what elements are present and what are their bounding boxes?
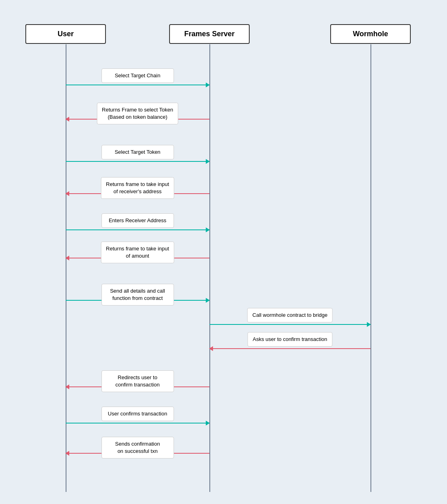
- label-msg2: Returns Frame to select Token(Based on t…: [97, 103, 178, 124]
- label-msg10: Redirects user toconfirm transaction: [101, 370, 174, 392]
- actor-frames: Frames Server: [169, 24, 250, 44]
- arrow-msg8: [209, 324, 370, 325]
- label-msg4: Returns frame to take inputof receiver's…: [101, 177, 174, 199]
- label-msg1: Select Target Chain: [101, 68, 174, 83]
- label-msg9: Asks user to confirm transaction: [248, 332, 333, 347]
- arrow-msg5: [66, 229, 209, 230]
- sequence-diagram: UserFrames ServerWormholeSelect Target C…: [0, 0, 447, 504]
- actor-user: User: [25, 24, 106, 44]
- label-msg8: Call wormhole contract to bridge: [247, 308, 333, 322]
- lifeline-wormhole: [370, 44, 371, 492]
- arrow-msg9: [209, 348, 370, 349]
- label-msg12: Sends confirmationon successful txn: [101, 437, 174, 459]
- arrow-msg1: [66, 85, 209, 85]
- label-msg6: Returns frame to take inputof amount: [101, 242, 174, 263]
- label-msg7: Send all details and callfunction from c…: [101, 284, 174, 306]
- label-msg5: Enters Receiver Address: [101, 213, 174, 228]
- arrow-msg3: [66, 161, 209, 162]
- label-msg3: Select Target Token: [101, 145, 174, 159]
- lifeline-user: [66, 44, 66, 492]
- label-msg11: User confirms transaction: [101, 407, 174, 421]
- arrow-msg11: [66, 423, 209, 423]
- actor-wormhole: Wormhole: [330, 24, 411, 44]
